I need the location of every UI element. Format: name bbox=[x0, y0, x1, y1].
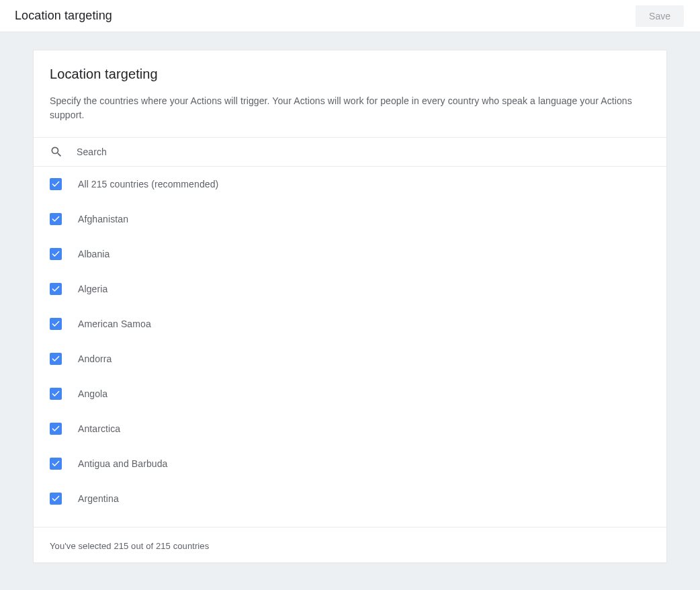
card-description: Specify the countries where your Actions… bbox=[50, 94, 650, 122]
list-item-label: All 215 countries (recommended) bbox=[78, 179, 218, 189]
check-icon bbox=[51, 214, 60, 224]
card-header: Location targeting Specify the countries… bbox=[34, 50, 666, 137]
country-list[interactable]: All 215 countries (recommended) Afghanis… bbox=[34, 167, 666, 527]
check-icon bbox=[51, 494, 60, 503]
checkbox[interactable] bbox=[50, 213, 62, 225]
save-button[interactable]: Save bbox=[636, 5, 684, 27]
list-item-label: Antigua and Barbuda bbox=[78, 458, 167, 469]
check-icon bbox=[51, 389, 60, 398]
card-title: Location targeting bbox=[50, 67, 650, 82]
checkbox[interactable] bbox=[50, 458, 62, 470]
check-icon bbox=[51, 354, 60, 364]
search-input[interactable] bbox=[77, 146, 650, 157]
list-item[interactable]: Angola bbox=[34, 376, 666, 411]
list-item-label: Albania bbox=[78, 249, 110, 259]
check-icon bbox=[51, 424, 60, 433]
list-item[interactable]: Albania bbox=[34, 237, 666, 271]
list-item[interactable]: American Samoa bbox=[34, 306, 666, 341]
list-item[interactable]: Antigua and Barbuda bbox=[34, 446, 666, 481]
list-item[interactable]: Antarctica bbox=[34, 411, 666, 446]
selection-status: You've selected 215 out of 215 countries bbox=[50, 541, 209, 551]
checkbox[interactable] bbox=[50, 178, 62, 190]
check-icon bbox=[51, 179, 60, 189]
search-icon bbox=[50, 145, 63, 159]
checkbox[interactable] bbox=[50, 493, 62, 505]
list-item-label: Andorra bbox=[78, 353, 112, 364]
check-icon bbox=[51, 284, 60, 294]
checkbox[interactable] bbox=[50, 248, 62, 260]
list-item-label: Algeria bbox=[78, 284, 107, 294]
list-item-all-countries[interactable]: All 215 countries (recommended) bbox=[34, 167, 666, 202]
list-item-label: Argentina bbox=[78, 493, 119, 504]
checkbox[interactable] bbox=[50, 388, 62, 400]
list-item[interactable]: Argentina bbox=[34, 481, 666, 516]
topbar: Location targeting Save bbox=[0, 0, 700, 32]
location-targeting-card: Location targeting Specify the countries… bbox=[33, 50, 667, 563]
list-item-label: Angola bbox=[78, 388, 107, 399]
search-row bbox=[34, 137, 666, 167]
checkbox[interactable] bbox=[50, 318, 62, 330]
check-icon bbox=[51, 459, 60, 468]
page-title: Location targeting bbox=[15, 9, 112, 23]
list-item[interactable] bbox=[34, 516, 666, 527]
list-item-label: Antarctica bbox=[78, 423, 120, 434]
list-item[interactable]: Algeria bbox=[34, 271, 666, 306]
check-icon bbox=[51, 249, 60, 259]
card-footer: You've selected 215 out of 215 countries bbox=[34, 527, 666, 562]
list-item-label: Afghanistan bbox=[78, 214, 128, 224]
checkbox[interactable] bbox=[50, 353, 62, 365]
checkbox[interactable] bbox=[50, 423, 62, 435]
content: Location targeting Specify the countries… bbox=[0, 32, 700, 581]
list-item[interactable]: Andorra bbox=[34, 341, 666, 376]
check-icon bbox=[51, 319, 60, 329]
list-item[interactable]: Afghanistan bbox=[34, 202, 666, 237]
checkbox[interactable] bbox=[50, 283, 62, 295]
list-item-label: American Samoa bbox=[78, 319, 151, 329]
